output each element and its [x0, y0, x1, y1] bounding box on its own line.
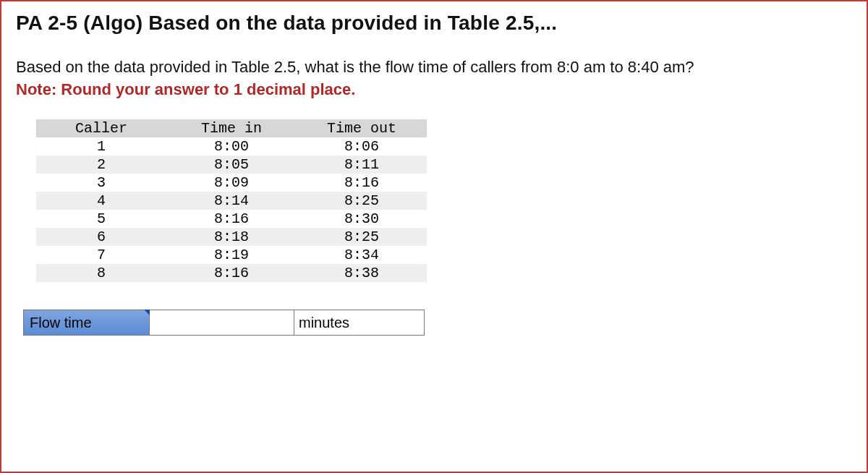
cell-caller: 8 — [36, 264, 166, 282]
cell-caller: 5 — [36, 210, 166, 228]
cell-time-in: 8:00 — [166, 137, 297, 155]
cell-caller: 7 — [36, 246, 166, 264]
col-header-caller: Caller — [36, 119, 166, 137]
cell-time-out: 8:16 — [297, 174, 427, 192]
cell-time-in: 8:16 — [166, 210, 297, 228]
cell-caller: 4 — [36, 192, 166, 210]
cell-time-out: 8:11 — [297, 155, 427, 174]
question-container: PA 2-5 (Algo) Based on the data provided… — [0, 0, 868, 473]
cell-time-out: 8:30 — [297, 210, 427, 228]
cell-time-in: 8:09 — [166, 174, 297, 192]
col-header-time-in: Time in — [166, 119, 297, 137]
cell-time-in: 8:18 — [166, 228, 297, 246]
cell-time-out: 8:34 — [297, 246, 427, 264]
answer-label: Flow time — [23, 310, 150, 336]
cell-time-out: 8:38 — [297, 264, 427, 282]
cell-time-out: 8:25 — [297, 192, 427, 210]
rounding-note: Note: Round your answer to 1 decimal pla… — [16, 80, 852, 99]
question-text: Based on the data provided in Table 2.5,… — [16, 55, 852, 79]
problem-title: PA 2-5 (Algo) Based on the data provided… — [16, 12, 852, 35]
cell-caller: 6 — [36, 228, 166, 246]
flow-time-input[interactable] — [150, 310, 294, 336]
cell-time-in: 8:14 — [166, 192, 297, 210]
answer-unit: minutes — [294, 310, 425, 336]
answer-row: Flow time minutes — [23, 310, 852, 336]
cell-caller: 3 — [36, 174, 166, 192]
cell-time-in: 8:05 — [166, 155, 297, 174]
data-table: Caller Time in Time out 1 8:00 8:06 2 8:… — [36, 119, 427, 282]
cell-time-in: 8:19 — [166, 246, 297, 264]
cell-time-in: 8:16 — [166, 264, 297, 282]
cell-time-out: 8:25 — [297, 228, 427, 246]
cell-caller: 1 — [36, 137, 166, 155]
cell-time-out: 8:06 — [297, 137, 427, 155]
cell-caller: 2 — [36, 155, 166, 174]
col-header-time-out: Time out — [297, 119, 427, 137]
